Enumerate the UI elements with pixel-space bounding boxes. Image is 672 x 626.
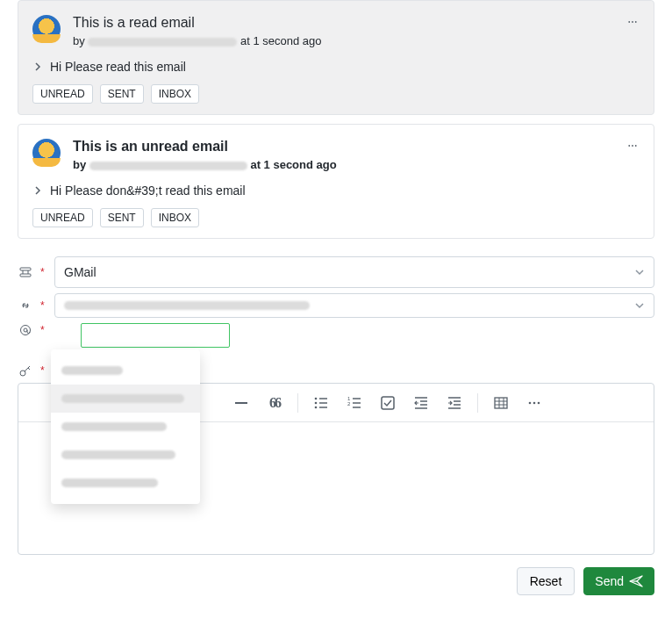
tag-unread[interactable]: UNREAD — [32, 84, 93, 104]
svg-point-37 — [529, 401, 532, 404]
email-card-unread[interactable]: This is an unread email by at 1 second a… — [18, 124, 654, 239]
tag-unread[interactable]: UNREAD — [32, 208, 93, 227]
horizontal-rule-icon — [233, 395, 249, 411]
at-icon — [18, 323, 33, 337]
avatar — [32, 139, 61, 167]
checklist-button[interactable] — [372, 389, 404, 417]
email-snippet-toggle[interactable]: Hi Please read this email — [32, 60, 640, 74]
tag-sent[interactable]: SENT — [100, 84, 144, 104]
email-snippet: Hi Please read this email — [50, 60, 186, 74]
svg-point-0 — [628, 21, 630, 23]
hr-button[interactable] — [225, 389, 257, 417]
tag-inbox[interactable]: INBOX — [151, 84, 199, 104]
svg-point-38 — [533, 401, 536, 404]
email-title: This is an unread email — [73, 139, 337, 155]
svg-point-9 — [24, 328, 27, 332]
svg-point-2 — [635, 21, 637, 23]
ordered-list-icon: 12 — [347, 395, 362, 411]
svg-point-12 — [315, 397, 318, 399]
email-card-read[interactable]: This is a read email by at 1 second ago … — [18, 0, 654, 115]
dropdown-item[interactable] — [51, 441, 200, 469]
reset-button[interactable]: Reset — [517, 567, 575, 595]
recipient-input[interactable] — [81, 323, 230, 348]
provider-value: GMail — [64, 265, 97, 279]
send-icon — [629, 574, 643, 588]
svg-point-3 — [628, 145, 630, 147]
ellipsis-icon — [627, 139, 638, 153]
quote-button[interactable]: 66 — [259, 389, 290, 417]
required-mark: * — [40, 266, 47, 278]
svg-text:2: 2 — [347, 401, 351, 407]
chevron-down-icon — [634, 300, 645, 311]
more-menu-button[interactable] — [622, 11, 643, 32]
required-mark: * — [40, 364, 47, 377]
ol-button[interactable]: 12 — [339, 389, 370, 417]
chevron-right-icon — [32, 185, 43, 196]
required-mark: * — [40, 324, 47, 336]
required-mark: * — [40, 299, 47, 312]
dropdown-item[interactable] — [51, 385, 200, 413]
recipient-dropdown[interactable] — [51, 349, 200, 504]
provider-icon — [18, 265, 33, 279]
chevron-down-icon — [634, 267, 645, 277]
outdent-button[interactable] — [405, 389, 437, 417]
svg-point-5 — [635, 145, 637, 147]
indent-icon — [447, 395, 462, 411]
outdent-icon — [413, 395, 429, 411]
more-toolbar-button[interactable] — [518, 389, 550, 417]
table-button[interactable] — [485, 389, 517, 417]
email-title: This is a read email — [73, 15, 322, 31]
svg-point-1 — [632, 21, 633, 23]
checkbox-icon — [380, 395, 396, 411]
dropdown-item[interactable] — [51, 356, 200, 385]
tag-sent[interactable]: SENT — [100, 208, 144, 227]
svg-point-13 — [315, 401, 318, 404]
indent-button[interactable] — [439, 389, 470, 417]
email-byline: by at 1 second ago — [73, 158, 337, 171]
send-button[interactable]: Send — [583, 567, 654, 595]
unordered-list-icon — [313, 395, 329, 411]
svg-rect-32 — [495, 398, 507, 408]
svg-rect-6 — [20, 268, 31, 270]
svg-point-39 — [538, 401, 540, 404]
table-icon — [493, 395, 509, 411]
email-byline: by at 1 second ago — [73, 34, 322, 47]
svg-point-14 — [315, 406, 318, 408]
avatar — [32, 15, 61, 43]
chevron-right-icon — [32, 61, 43, 72]
quote-icon: 66 — [269, 395, 280, 411]
email-snippet: Hi Please don&#39;t read this email — [50, 183, 246, 198]
dropdown-item[interactable] — [51, 413, 200, 441]
svg-rect-23 — [382, 397, 394, 409]
svg-rect-7 — [20, 274, 31, 277]
link-select[interactable] — [54, 293, 654, 318]
key-icon — [18, 363, 33, 378]
ellipsis-icon — [526, 395, 542, 411]
provider-select[interactable]: GMail — [54, 256, 654, 288]
dropdown-item[interactable] — [51, 469, 200, 497]
ul-button[interactable] — [305, 389, 337, 417]
email-snippet-toggle[interactable]: Hi Please don&#39;t read this email — [32, 183, 640, 198]
more-menu-button[interactable] — [622, 135, 643, 156]
ellipsis-icon — [627, 15, 638, 29]
tag-inbox[interactable]: INBOX — [151, 208, 199, 227]
link-icon — [18, 299, 33, 313]
svg-point-4 — [632, 145, 633, 147]
compose-form: * GMail * * * — [18, 256, 654, 555]
